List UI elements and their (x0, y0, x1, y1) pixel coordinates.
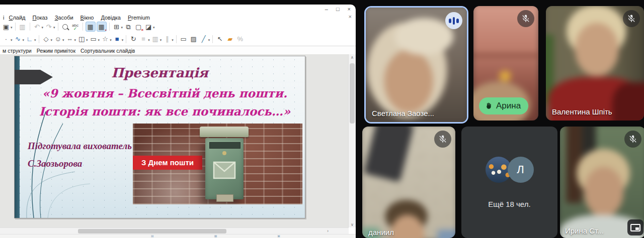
duplicate-slide-icon[interactable]: ⧉ (124, 22, 133, 31)
connector-dropdown-icon[interactable]: ▾ (34, 38, 36, 42)
close-button[interactable]: × (348, 6, 351, 13)
participant-tile-svetlana[interactable]: Светлана Заозе... (364, 6, 468, 124)
connector-icon[interactable]: ∟ (25, 35, 34, 44)
display-grid-icon[interactable]: ▦ (86, 22, 96, 32)
redo-dropdown-icon[interactable]: ▾ (53, 26, 55, 30)
basic-shapes-dropdown-icon[interactable]: ▾ (51, 38, 53, 42)
status-glyph: ▣ (277, 234, 280, 238)
toolbar-separator (109, 23, 110, 31)
overflow-count-label: Ещё 18 чел. (461, 200, 557, 208)
delete-slide-icon[interactable]: ▢× (134, 22, 143, 31)
curve-dropdown-icon[interactable]: ▾ (23, 38, 25, 42)
rotate-icon[interactable]: ↻ (129, 35, 138, 44)
rectangle-icon[interactable]: ▭ (179, 35, 188, 44)
align-dropdown-icon[interactable]: ▾ (148, 38, 150, 42)
callouts-icon[interactable]: ▭ (89, 35, 98, 44)
participant-tile-daniil[interactable]: даниил (362, 127, 455, 238)
arrange-icon[interactable]: ▥ (151, 35, 160, 44)
new-slide-dropdown-icon[interactable]: ▾ (121, 26, 123, 30)
stars-icon[interactable]: ☆ (101, 35, 110, 44)
paste-dropdown-icon[interactable]: ▾ (11, 26, 13, 30)
mailbox-illustration (203, 127, 246, 203)
toolbar-separator (83, 23, 83, 31)
paste-icon[interactable]: ▣ (2, 22, 11, 31)
overflow-tile[interactable]: Л Ещё 18 чел. (461, 127, 557, 238)
document-close-button[interactable]: × (349, 14, 352, 20)
redo-icon[interactable]: ↷ (44, 22, 53, 31)
snap-guides-icon[interactable]: % (235, 35, 245, 44)
zoom-icon[interactable] (61, 22, 70, 31)
distribute-icon[interactable]: ∥ (163, 35, 172, 44)
spelling-icon[interactable]: abc✓ (71, 22, 80, 31)
symbol-shapes-dropdown-icon[interactable]: ▾ (62, 38, 64, 42)
toolbar-separator (58, 23, 58, 31)
maximize-button[interactable]: □ (336, 6, 340, 13)
participant-name: Светлана Заозе... (372, 109, 434, 117)
block-arrows-icon[interactable]: ⇔ (65, 35, 74, 44)
edit-points-icon[interactable]: ╱ (199, 35, 208, 44)
menu-item-3[interactable]: Вікно (77, 15, 98, 21)
new-slide-icon[interactable]: ⊞ (112, 22, 121, 31)
slide-subtitle-line2: Історія пошти: як все починалось…» (30, 104, 300, 118)
clone-formatting-icon[interactable]: ▥ (18, 22, 27, 31)
mailbox-slot (209, 142, 240, 149)
snap-to-grid-icon[interactable]: ▦• (97, 22, 107, 32)
vertical-scroll-thumb[interactable] (350, 63, 355, 124)
arrange-dropdown-icon[interactable]: ▾ (160, 38, 162, 42)
align-icon[interactable]: ≡ (139, 35, 148, 44)
slide-properties-icon[interactable]: ◪ (144, 22, 153, 31)
flowchart-dropdown-icon[interactable]: ▾ (86, 38, 88, 42)
flowchart-icon[interactable]: ◫ (77, 35, 86, 44)
undo-dropdown-icon[interactable]: ▾ (42, 26, 44, 30)
mic-off-icon (624, 131, 641, 148)
3d-objects-icon[interactable]: ■ (113, 35, 122, 44)
scroll-down-icon[interactable]: ∨ (349, 222, 356, 227)
scroll-up-icon[interactable]: ∧ (349, 55, 356, 60)
participant-tile-valentyna[interactable]: Валентина Шпіть (546, 6, 644, 121)
slide-properties-dropdown-icon[interactable]: ▾ (153, 26, 155, 30)
tab-outline-view[interactable]: м структури (0, 48, 34, 54)
participant-tile-arina[interactable]: Арина (473, 6, 538, 121)
status-glyph: ▦ (214, 234, 217, 238)
slide-subtitle-line1: «9 жовтня – Всесвітній день пошти. (30, 86, 300, 100)
tab-slide-sorter[interactable]: Сортувальник слайдів (78, 48, 137, 54)
tab-notes-view[interactable]: Режим приміток (34, 48, 78, 54)
minimize-button[interactable]: – (325, 6, 328, 13)
undo-icon[interactable]: ↶ (33, 22, 42, 31)
block-arrows-dropdown-icon[interactable]: ▾ (74, 38, 76, 42)
distribute-dropdown-icon[interactable]: ▾ (172, 38, 174, 42)
mailbox-photo: З Днем пошти (133, 124, 302, 204)
participant-name: Арина (496, 101, 521, 111)
callouts-dropdown-icon[interactable]: ▾ (98, 38, 100, 42)
participant-name: Валентина Шпіть (552, 107, 612, 116)
slide-author-line1: Підготувала вихователь (28, 141, 132, 152)
menu-item-2[interactable]: Засоби (51, 15, 77, 21)
curve-icon[interactable]: ∿ (14, 35, 23, 44)
symbol-shapes-icon[interactable]: ☺ (53, 35, 62, 44)
participant-tile-irina[interactable]: Ирина Ст... (560, 127, 644, 238)
screen: – □ × і СлайдПоказЗасобиВікноДовідкаPrem… (0, 0, 644, 238)
toolbar-separator (126, 35, 126, 43)
partial-tool-dropdown-icon[interactable]: ▾ (11, 38, 13, 42)
vertical-scrollbar[interactable]: ∧ ∨ (348, 54, 356, 227)
menu-item-0[interactable]: Слайд (5, 15, 29, 21)
menu-item-5[interactable]: Premium (124, 15, 153, 21)
horizontal-scroll-thumb[interactable] (78, 229, 226, 233)
horizontal-scrollbar[interactable]: › (0, 227, 349, 234)
edit-points-dropdown-icon[interactable]: ▾ (208, 38, 210, 42)
partial-tool-icon[interactable]: · (2, 35, 11, 44)
menu-item-4[interactable]: Довідка (97, 15, 124, 21)
image-frame-icon[interactable]: ▨ (189, 35, 198, 44)
stars-dropdown-icon[interactable]: ▾ (110, 38, 112, 42)
mic-off-icon (623, 10, 640, 27)
3d-objects-dropdown-icon[interactable]: ▾ (122, 38, 124, 42)
overflow-avatar-letter: Л (508, 157, 534, 183)
slide-canvas[interactable]: Презентація «9 жовтня – Всесвітній день … (14, 56, 305, 218)
highlighter-icon[interactable]: ▰ (225, 35, 234, 44)
picture-in-picture-icon (630, 224, 640, 231)
menu-item-1[interactable]: Показ (29, 15, 51, 21)
picture-in-picture-button[interactable] (627, 219, 643, 235)
select-icon[interactable]: ↖ (215, 35, 224, 44)
basic-shapes-icon[interactable]: ◇ (42, 35, 51, 44)
scroll-right-icon[interactable]: › (327, 228, 329, 233)
